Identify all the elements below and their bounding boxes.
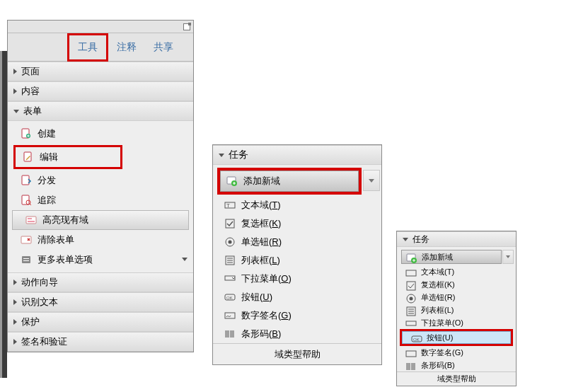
tasks-header[interactable]: 任务 <box>213 145 381 165</box>
svg-text:T: T <box>226 202 230 209</box>
button-label: 添加新域 <box>422 252 453 263</box>
field-type-signature-small[interactable]: 数字签名(G) <box>397 346 516 359</box>
dropdown-icon <box>405 318 417 327</box>
section-label: 任务 <box>229 149 248 161</box>
field-type-text[interactable]: T 文本域(T) <box>213 196 381 214</box>
tab-tools[interactable]: 工具 <box>67 33 108 62</box>
field-type-help[interactable]: 域类型帮助 <box>213 343 381 364</box>
svg-rect-24 <box>225 313 235 318</box>
add-new-field-button[interactable]: 添加新域 <box>220 171 359 192</box>
item-label: 高亮现有域 <box>42 214 88 226</box>
create-form-icon <box>21 128 32 139</box>
section-label: 任务 <box>413 234 429 246</box>
section-label: 内容 <box>21 85 40 98</box>
forms-more-options[interactable]: 更多表单选项 <box>8 250 193 270</box>
item-label: 数字签名(G) <box>241 309 292 322</box>
svg-rect-10 <box>22 256 30 263</box>
listbox-icon <box>224 255 236 266</box>
radio-icon <box>224 236 236 248</box>
signature-icon <box>405 348 417 357</box>
svg-rect-4 <box>22 195 29 204</box>
edit-form-icon <box>23 151 34 163</box>
signature-icon <box>224 310 236 321</box>
chevron-down-icon <box>182 258 188 261</box>
add-field-dropdown-toggle[interactable] <box>363 170 380 191</box>
svg-point-30 <box>410 297 413 301</box>
svg-rect-17 <box>226 219 234 228</box>
svg-rect-28 <box>407 282 415 290</box>
chevron-down-icon <box>369 179 374 183</box>
forms-clear[interactable]: 清除表单 <box>8 230 193 250</box>
section-ocr[interactable]: 识别文本 <box>8 292 193 312</box>
chevron-right-icon <box>13 299 17 305</box>
item-label: 文本域(T) <box>421 267 454 277</box>
add-field-dropdown-toggle-small[interactable] <box>502 250 514 264</box>
svg-text:OK: OK <box>413 338 420 342</box>
field-type-radio[interactable]: 单选钮(R) <box>213 233 381 251</box>
section-forms[interactable]: 表单 <box>8 101 193 121</box>
item-label: 按钮(U) <box>241 291 272 304</box>
tab-share[interactable]: 共享 <box>145 35 182 59</box>
highlight-box: 添加新域 <box>217 168 362 195</box>
item-label: 编辑 <box>40 151 58 163</box>
field-type-listbox[interactable]: 列表框(L) <box>213 251 381 270</box>
forms-create[interactable]: 创建 <box>8 124 193 144</box>
item-label: 更多表单选项 <box>38 253 93 266</box>
field-type-button[interactable]: OK 按钮(U) <box>213 288 381 306</box>
chevron-right-icon <box>13 319 17 325</box>
more-options-icon <box>21 254 32 265</box>
svg-rect-35 <box>406 351 416 357</box>
highlight-box-small: OK 按钮(U) <box>400 329 513 346</box>
section-action-wizard[interactable]: 动作向导 <box>8 272 193 292</box>
item-label: 下拉菜单(O) <box>241 272 292 285</box>
highlight-fields-icon <box>25 214 37 226</box>
section-label: 识别文本 <box>21 296 58 309</box>
field-type-checkbox-small[interactable]: 复选框(K) <box>397 278 516 291</box>
field-type-text-small[interactable]: 文本域(T) <box>397 265 516 278</box>
field-type-button-small[interactable]: OK 按钮(U) <box>402 331 511 344</box>
item-label: 条形码(B) <box>421 360 455 371</box>
field-type-listbox-small[interactable]: 列表框(L) <box>397 304 516 316</box>
field-type-radio-small[interactable]: 单选钮(R) <box>397 291 516 304</box>
text-field-icon <box>405 267 417 276</box>
section-pages[interactable]: 页面 <box>8 62 193 81</box>
document-gutter <box>0 51 7 378</box>
svg-rect-8 <box>28 221 35 222</box>
field-type-barcode-small[interactable]: 条形码(B) <box>397 359 516 371</box>
listbox-icon <box>405 306 417 314</box>
radio-icon <box>405 293 417 301</box>
barcode-icon <box>405 361 417 369</box>
item-label: 下拉菜单(O) <box>421 318 463 328</box>
chevron-down-icon <box>403 238 408 241</box>
field-type-help-small[interactable]: 域类型帮助 <box>397 371 516 386</box>
forms-track[interactable]: 追踪 <box>8 190 193 210</box>
panel-tabs: 工具 注释 共享 <box>8 33 193 62</box>
field-type-dropdown[interactable]: 下拉菜单(O) <box>213 270 381 288</box>
forms-highlight-fields[interactable]: 高亮现有域 <box>12 210 189 230</box>
tasks-panel: 任务 添加新域 T 文本域(T) 复选框(K) 单选钮(R) 列表框(L) 下拉… <box>212 144 382 365</box>
tasks-header-small[interactable]: 任务 <box>397 231 516 247</box>
field-type-dropdown-small[interactable]: 下拉菜单(O) <box>397 316 516 329</box>
clear-form-icon <box>21 234 32 246</box>
svg-rect-6 <box>26 217 36 224</box>
field-type-barcode[interactable]: 条形码(B) <box>213 325 381 343</box>
tab-comment[interactable]: 注释 <box>108 35 145 59</box>
svg-rect-3 <box>22 175 29 185</box>
item-label: 单选钮(R) <box>421 292 455 303</box>
forms-edit[interactable]: 编辑 <box>16 147 120 167</box>
dock-icon[interactable] <box>183 23 190 30</box>
add-new-field-button-small[interactable]: 添加新域 <box>401 250 502 264</box>
section-sign[interactable]: 签名和验证 <box>8 332 193 352</box>
track-form-icon <box>21 195 32 206</box>
section-label: 保护 <box>21 316 40 328</box>
section-protect[interactable]: 保护 <box>8 312 193 332</box>
item-label: 复选框(K) <box>241 217 281 230</box>
item-label: 按钮(U) <box>427 333 453 343</box>
forms-distribute[interactable]: 分发 <box>8 171 193 190</box>
forms-section-body: 创建 编辑 分发 追踪 高亮现有域 清除表单 更多表单选项 <box>8 121 193 272</box>
field-type-signature[interactable]: 数字签名(G) <box>213 306 381 325</box>
item-label: 域类型帮助 <box>437 374 476 384</box>
chevron-down-icon <box>13 110 19 113</box>
field-type-checkbox[interactable]: 复选框(K) <box>213 214 381 233</box>
section-content[interactable]: 内容 <box>8 81 193 101</box>
